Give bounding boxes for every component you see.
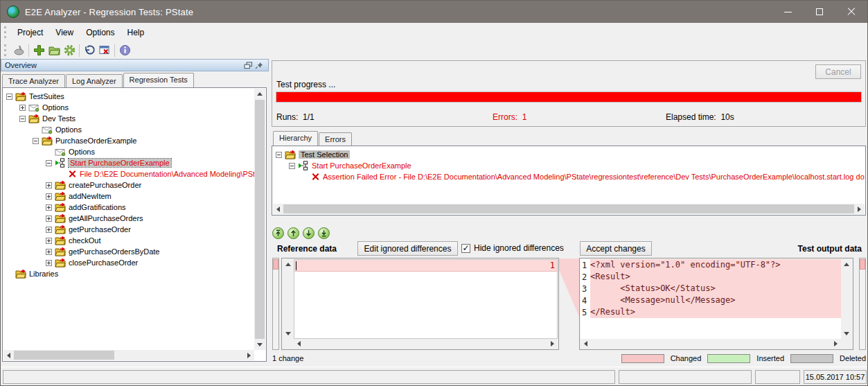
tree-item[interactable]: Options — [3, 124, 254, 135]
scrollbar-thumb[interactable] — [255, 100, 265, 339]
changed-line[interactable]: 1 <?xml version="1.0" encoding="UTF-8"?> — [581, 259, 841, 271]
expand-icon[interactable] — [46, 249, 52, 255]
scroll-left-button[interactable] — [294, 339, 304, 349]
about-button[interactable] — [117, 43, 132, 58]
menubar-grip[interactable] — [4, 26, 7, 38]
scroll-left-button[interactable] — [273, 204, 283, 214]
tree-item[interactable]: addNewItem — [3, 191, 254, 202]
scroll-up-button[interactable] — [841, 259, 851, 270]
tree-item[interactable]: getPurchaseOrder — [3, 224, 254, 235]
collapse-icon[interactable] — [19, 116, 26, 122]
tree-item[interactable]: Options — [3, 102, 254, 113]
pin-panel-button[interactable] — [254, 60, 265, 70]
maximize-button[interactable] — [804, 1, 835, 23]
expand-icon[interactable] — [46, 182, 52, 188]
tree-item-error[interactable]: File D:\E2E Documentation\Advanced Model… — [3, 168, 254, 179]
tree-item[interactable]: checkOut — [3, 235, 254, 246]
collapse-icon[interactable] — [46, 160, 52, 166]
checkbox-checked-icon[interactable] — [461, 244, 470, 253]
hide-ignored-differences-checkbox[interactable]: Hide ignored differences — [461, 243, 564, 253]
changed-line[interactable]: 3 <Status>OK</Status> — [581, 283, 841, 295]
first-difference-button[interactable] — [272, 227, 284, 239]
tree-item-error[interactable]: Assertion Failed Error - File D:\E2E Doc… — [273, 171, 865, 182]
scroll-up-button[interactable] — [254, 89, 265, 99]
close-window-button[interactable] — [97, 43, 112, 58]
expand-icon[interactable] — [46, 238, 52, 244]
changed-line[interactable]: 2 <Result> — [581, 271, 841, 283]
tree-item[interactable]: getAllPurchaseOrders — [3, 213, 254, 224]
collapse-icon[interactable] — [33, 138, 39, 144]
changed-line[interactable]: 4 <Message>null</Message> — [581, 295, 841, 306]
close-button[interactable] — [835, 1, 867, 23]
test-output-data-pane[interactable]: 1 <?xml version="1.0" encoding="UTF-8"?>… — [579, 258, 853, 350]
menu-project[interactable]: Project — [11, 25, 49, 40]
scroll-left-button[interactable] — [3, 350, 14, 360]
last-difference-button[interactable] — [318, 227, 330, 239]
tree-horizontal-scrollbar[interactable] — [3, 350, 254, 360]
tree-item-selected[interactable]: Start PurchaseOrderExample — [3, 157, 254, 168]
tree-item[interactable]: Dev Tests — [3, 113, 254, 124]
accept-changes-button[interactable]: Accept changes — [580, 241, 652, 256]
tree-vertical-scrollbar[interactable] — [254, 89, 265, 350]
expand-icon[interactable] — [19, 105, 26, 111]
clean-button[interactable] — [11, 43, 26, 58]
edit-ignored-differences-button[interactable]: Edit ignored differences — [357, 241, 458, 256]
scroll-right-button[interactable] — [547, 339, 558, 349]
tree-item[interactable]: getPurchaseOrdersByDate — [3, 246, 254, 257]
tab-log-analyzer[interactable]: Log Analyzer — [66, 74, 123, 87]
test-output-text[interactable]: 1 <?xml version="1.0" encoding="UTF-8"?>… — [581, 259, 841, 339]
change-marker[interactable] — [860, 259, 865, 270]
hierarchy-horizontal-scrollbar[interactable] — [273, 204, 865, 214]
scroll-down-button[interactable] — [254, 340, 265, 350]
collapse-icon[interactable] — [6, 94, 12, 100]
open-button[interactable] — [46, 43, 62, 58]
menu-help[interactable]: Help — [121, 25, 151, 40]
reference-vertical-scrollbar[interactable] — [283, 259, 294, 339]
tab-regression-tests[interactable]: Regression Tests — [123, 73, 194, 87]
scroll-up-button[interactable] — [283, 259, 293, 270]
previous-difference-button[interactable] — [287, 227, 299, 239]
tab-trace-analyzer[interactable]: Trace Analyzer — [2, 74, 65, 87]
tree-item[interactable]: Libraries — [3, 268, 254, 279]
undo-button[interactable] — [82, 43, 97, 58]
collapse-icon[interactable] — [289, 163, 295, 169]
scroll-right-button[interactable] — [831, 339, 841, 349]
expand-icon[interactable] — [46, 260, 52, 266]
reference-data-text[interactable]: 1 — [294, 259, 558, 339]
scroll-down-button[interactable] — [841, 328, 851, 339]
collapse-icon[interactable] — [276, 152, 282, 158]
change-marker[interactable] — [273, 259, 278, 270]
scrollbar-thumb[interactable] — [283, 204, 854, 213]
changed-line[interactable]: 5 </Result> — [581, 306, 841, 318]
minimize-button[interactable] — [772, 1, 804, 23]
reference-data-pane[interactable]: 1 — [281, 258, 559, 350]
expand-icon[interactable] — [46, 204, 52, 211]
right-change-marker-bar[interactable] — [859, 258, 866, 350]
expand-icon[interactable] — [46, 227, 52, 233]
tree-item[interactable]: Options — [3, 146, 254, 157]
scroll-down-button[interactable] — [283, 328, 293, 339]
reference-horizontal-scrollbar[interactable] — [294, 339, 558, 349]
tree-item[interactable]: createPurchaseOrder — [3, 179, 254, 191]
scrollbar-thumb[interactable] — [14, 351, 114, 360]
scroll-left-button[interactable] — [581, 339, 591, 349]
tree-item[interactable]: TestSuites — [3, 91, 254, 102]
scroll-right-button[interactable] — [854, 204, 865, 214]
expand-icon[interactable] — [46, 193, 52, 200]
tree-item[interactable]: addGratifications — [3, 202, 254, 213]
tree-item-selected[interactable]: Test Selection — [273, 149, 865, 160]
settings-button[interactable] — [62, 43, 77, 58]
tree-item[interactable]: Start PurchaseOrderExample — [273, 160, 865, 171]
scroll-right-button[interactable] — [244, 350, 254, 360]
left-change-marker-bar[interactable] — [272, 258, 279, 350]
output-vertical-scrollbar[interactable] — [841, 259, 852, 339]
expand-icon[interactable] — [46, 216, 52, 222]
menu-view[interactable]: View — [49, 25, 80, 40]
output-horizontal-scrollbar[interactable] — [581, 339, 841, 349]
tree-item[interactable]: PurchaseOrderExample — [3, 135, 254, 146]
float-panel-button[interactable] — [242, 60, 254, 70]
toolbar-grip[interactable] — [4, 44, 7, 56]
changed-line[interactable]: 1 — [294, 260, 557, 272]
menu-options[interactable]: Options — [80, 25, 121, 40]
tree-item[interactable]: closePurchaseOrder — [3, 257, 254, 268]
